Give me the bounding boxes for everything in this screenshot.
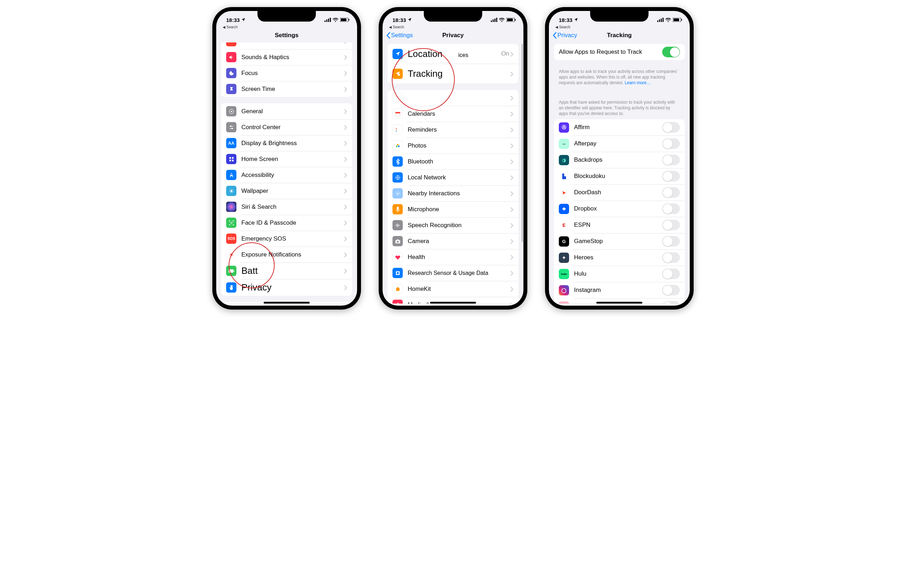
privacy-row-research[interactable]: Research Sensor & Usage Data <box>388 265 518 281</box>
learn-more-link[interactable]: Learn more… <box>625 80 651 85</box>
tracking-toggle-group: Allow Apps to Request to Track <box>554 44 685 60</box>
privacy-group-1: Location ices On Tracking <box>388 44 518 83</box>
app-tracking-toggle[interactable] <box>662 301 680 304</box>
breadcrumb-back[interactable]: ◀ Search <box>549 25 690 30</box>
app-icon: ◯ <box>559 285 569 295</box>
svg-rect-55 <box>397 239 399 240</box>
settings-row-homescreen[interactable]: Home Screen <box>221 151 352 167</box>
privacy-content[interactable]: Location ices On Tracking <box>383 43 523 304</box>
privacy-row-microphone[interactable]: Microphone <box>388 201 518 217</box>
cellular-icon <box>325 17 331 23</box>
breadcrumb-back[interactable]: ◀ Search <box>216 25 357 30</box>
privacy-row[interactable] <box>388 90 518 106</box>
privacy-row-location[interactable]: Location ices On <box>388 44 518 64</box>
settings-row-sounds[interactable]: Sounds & Haptics <box>221 49 352 65</box>
breadcrumb-back[interactable]: ◀ Search <box>383 25 523 30</box>
settings-row-general[interactable]: General <box>221 103 352 119</box>
app-icon: ⓐ <box>559 123 569 133</box>
app-icon: ▙ <box>559 171 569 182</box>
scrollbar-indicator[interactable] <box>522 44 523 242</box>
settings-row-faceid[interactable]: Face ID & Passcode <box>221 215 352 231</box>
icon-box <box>226 43 236 46</box>
svg-point-40 <box>396 131 397 132</box>
nav-back-button[interactable]: Privacy <box>552 32 577 39</box>
home-indicator[interactable] <box>597 302 642 304</box>
app-name-label: Afterpay <box>574 140 662 147</box>
privacy-row-bluetooth[interactable]: Bluetooth <box>388 153 518 169</box>
heart-icon <box>392 252 403 262</box>
app-tracking-toggle[interactable] <box>662 269 680 279</box>
reminders-icon <box>392 124 403 135</box>
speaker-icon <box>226 52 236 62</box>
app-tracking-toggle[interactable] <box>662 187 680 198</box>
chevron-right-icon <box>511 72 514 76</box>
nav-back-button[interactable]: Settings <box>386 32 413 39</box>
app-tracking-toggle[interactable] <box>662 122 680 133</box>
app-icon: ✦ <box>559 253 569 263</box>
privacy-row-photos[interactable]: Photos <box>388 138 518 153</box>
app-tracking-toggle[interactable] <box>662 220 680 230</box>
row-label: Sounds & Haptics <box>241 54 345 61</box>
settings-group-2: General Control Center AA Display & Brig… <box>221 103 352 296</box>
privacy-row-localnetwork[interactable]: Local Network <box>388 169 518 185</box>
app-tracking-toggle[interactable] <box>662 285 680 295</box>
settings-row-screentime[interactable]: Screen Time <box>221 81 352 97</box>
tracking-content[interactable]: Allow Apps to Request to Track Allow app… <box>549 43 690 304</box>
status-time: 18:33 <box>226 17 239 23</box>
row-label: Speech Recognition <box>408 222 511 229</box>
speech-icon <box>392 220 403 230</box>
app-tracking-toggle[interactable] <box>662 155 680 165</box>
settings-row-controlcenter[interactable]: Control Center <box>221 119 352 135</box>
chevron-right-icon <box>511 239 514 244</box>
settings-row-battery[interactable]: Batt <box>221 263 352 279</box>
privacy-row-health[interactable]: Health <box>388 249 518 265</box>
moon-icon <box>226 68 236 78</box>
battery-icon <box>673 17 682 23</box>
status-time: 18:33 <box>392 17 406 23</box>
chevron-right-icon <box>345 173 347 177</box>
svg-rect-35 <box>398 74 400 76</box>
chevron-right-icon <box>511 271 514 275</box>
svg-rect-28 <box>491 21 492 22</box>
settings-row-wallpaper[interactable]: Wallpaper <box>221 183 352 199</box>
settings-row-privacy[interactable]: Privacy <box>221 279 352 296</box>
privacy-row-speech[interactable]: Speech Recognition <box>388 217 518 233</box>
grid-icon <box>226 154 236 164</box>
settings-row-accessibility[interactable]: Accessibility <box>221 167 352 183</box>
home-indicator[interactable] <box>264 302 309 304</box>
app-tracking-toggle[interactable] <box>662 138 680 149</box>
chevron-right-icon <box>511 96 514 100</box>
svg-rect-37 <box>395 112 400 113</box>
notch <box>424 11 482 22</box>
settings-row-sos[interactable]: SOS Emergency SOS <box>221 231 352 247</box>
settings-row-exposure[interactable]: Exposure Notifications <box>221 247 352 263</box>
settings-content[interactable]: Sounds & Haptics Focus Screen Time <box>216 43 357 304</box>
settings-row-siri[interactable]: Siri & Search <box>221 199 352 215</box>
settings-row[interactable] <box>221 43 352 49</box>
home-indicator[interactable] <box>430 302 476 304</box>
app-tracking-toggle[interactable] <box>662 171 680 182</box>
app-tracking-toggle[interactable] <box>662 236 680 247</box>
privacy-row-calendars[interactable]: Calendars <box>388 106 518 122</box>
svg-rect-1 <box>326 19 327 22</box>
app-name-label: Blockudoku <box>574 173 662 180</box>
chevron-right-icon <box>345 141 347 145</box>
settings-row-focus[interactable]: Focus <box>221 65 352 81</box>
privacy-row-camera[interactable]: Camera <box>388 233 518 249</box>
allow-tracking-toggle[interactable] <box>662 47 680 57</box>
row-label: Reminders <box>408 126 511 133</box>
cellular-icon <box>657 17 664 23</box>
svg-rect-63 <box>673 18 679 21</box>
tracking-app-row: EESPN <box>554 217 685 233</box>
privacy-row-nearby[interactable]: Nearby Interactions <box>388 185 518 201</box>
app-name-label: Affirm <box>574 124 662 131</box>
app-tracking-toggle[interactable] <box>662 204 680 214</box>
hourglass-icon <box>226 84 236 94</box>
privacy-row-reminders[interactable]: Reminders <box>388 122 518 138</box>
privacy-row-tracking[interactable]: Tracking <box>388 64 518 83</box>
accessibility-icon <box>226 170 236 180</box>
settings-row-display[interactable]: AA Display & Brightness <box>221 135 352 151</box>
privacy-row-homekit[interactable]: HomeKit <box>388 281 518 297</box>
row-label: Bluetooth <box>408 158 511 165</box>
app-tracking-toggle[interactable] <box>662 252 680 263</box>
